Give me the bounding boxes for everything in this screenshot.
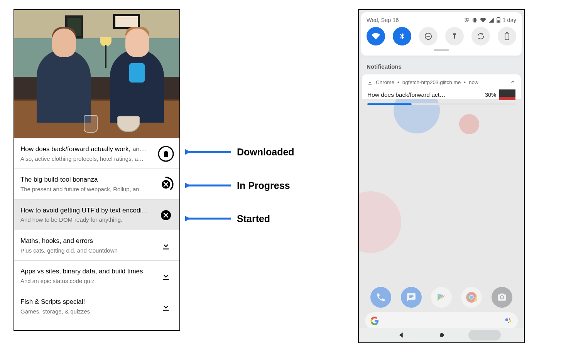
episode-subtitle: The present and future of webpack, Rollu… — [20, 185, 154, 194]
status-icons-group: 1 day — [464, 17, 516, 23]
separator-dot: • — [397, 79, 399, 85]
episode-row[interactable]: Fish & Scripts special!Games, storage, &… — [14, 291, 179, 321]
cell-signal-icon — [488, 17, 494, 23]
android-phone-frame: Wed, Sep 16 1 day Notifications — [358, 9, 525, 343]
svg-rect-17 — [497, 20, 500, 23]
notification-source: bgfetch-http203.glitch.me — [402, 79, 461, 85]
annotation-label: Started — [237, 213, 270, 224]
episode-title: Fish & Scripts special! — [20, 297, 154, 307]
wifi-icon — [480, 17, 486, 23]
google-search-bar[interactable] — [365, 312, 518, 329]
phone-app-icon[interactable] — [370, 287, 391, 308]
download-icon[interactable] — [158, 268, 174, 284]
app-phone-frame: How does back/forward actually work, an…… — [14, 9, 180, 331]
separator-dot: • — [464, 79, 466, 85]
assistant-icon — [504, 317, 512, 325]
notification-title: How does back/forward act… — [367, 91, 445, 98]
svg-point-8 — [470, 296, 473, 299]
head-decor — [52, 29, 76, 57]
bluetooth-toggle[interactable] — [393, 27, 411, 46]
play-store-app-icon[interactable] — [431, 287, 452, 308]
cancel-progress-icon[interactable] — [158, 176, 174, 192]
episode-row[interactable]: How to avoid getting UTF'd by text encod… — [14, 199, 179, 230]
episode-list[interactable]: How does back/forward actually work, an…… — [14, 138, 179, 322]
download-icon[interactable] — [158, 238, 174, 254]
episode-subtitle: And how to be DOM-ready for anything. — [20, 216, 154, 224]
wallpaper-shape — [359, 191, 401, 253]
auto-rotate-toggle[interactable] — [471, 27, 490, 46]
svg-point-9 — [505, 318, 508, 321]
annotation-downloaded: Downloaded — [185, 146, 294, 158]
svg-rect-20 — [505, 33, 509, 40]
episode-text: The big build-tool bonanzaThe present an… — [20, 175, 158, 194]
battery-icon — [497, 17, 500, 23]
annotation-started: Started — [185, 213, 270, 224]
head-decor — [125, 29, 149, 57]
notification-time: now — [469, 79, 478, 85]
svg-rect-16 — [498, 17, 499, 18]
episode-text: How does back/forward actually work, an…… — [20, 145, 158, 163]
episode-text: Apps vs sites, binary data, and build ti… — [20, 267, 158, 285]
episode-title: How does back/forward actually work, an… — [20, 145, 154, 154]
person-illustration — [110, 49, 164, 123]
episode-row[interactable]: How does back/forward actually work, an…… — [14, 138, 179, 169]
svg-point-10 — [509, 318, 510, 320]
chrome-app-icon[interactable] — [461, 287, 482, 308]
battery-remaining-label: 1 day — [503, 17, 516, 23]
episode-row[interactable]: The big build-tool bonanzaThe present an… — [14, 169, 179, 199]
episode-title: Maths, hooks, and errors — [20, 236, 154, 246]
svg-point-13 — [440, 333, 444, 337]
nav-back-icon[interactable] — [398, 332, 405, 339]
messages-app-icon[interactable] — [401, 287, 422, 308]
person-illustration — [37, 49, 91, 123]
nav-home-icon[interactable] — [439, 332, 445, 338]
annotation-label: In Progress — [237, 180, 290, 191]
episode-subtitle: Games, storage, & quizzes — [20, 307, 154, 316]
system-navigation-bar — [359, 328, 524, 342]
episode-subtitle: Also, active clothing protocols, hotel r… — [20, 155, 154, 163]
episode-row[interactable]: Apps vs sites, binary data, and build ti… — [14, 260, 179, 291]
cancel-icon[interactable] — [158, 207, 174, 223]
chevron-up-icon[interactable] — [510, 79, 515, 86]
svg-point-11 — [509, 320, 511, 322]
home-screen-background — [359, 99, 524, 342]
notification-thumbnail: HTTP 203 — [499, 89, 515, 100]
glass-decor — [84, 115, 98, 133]
alarm-icon — [464, 17, 470, 23]
camera-app-icon[interactable] — [492, 287, 512, 308]
episode-title: The big build-tool bonanza — [20, 175, 154, 184]
quick-settings-panel: Wed, Sep 16 1 day — [361, 12, 522, 56]
episode-title: Apps vs sites, binary data, and build ti… — [20, 267, 154, 276]
wifi-toggle[interactable] — [367, 27, 385, 46]
download-icon[interactable] — [158, 299, 174, 315]
download-percent-label: 30% — [485, 92, 496, 98]
episode-subtitle: Plus cats, getting old, and Countdown — [20, 246, 154, 255]
episode-row[interactable]: Maths, hooks, and errorsPlus cats, getti… — [14, 230, 179, 260]
arrow-left-icon — [185, 146, 231, 158]
notifications-section-label: Notifications — [361, 58, 522, 74]
nav-pill-decor — [468, 330, 501, 340]
arrow-left-icon — [185, 180, 231, 191]
status-date: Wed, Sep 16 — [367, 17, 399, 23]
flashlight-toggle[interactable] — [445, 27, 464, 46]
delete-icon[interactable] — [158, 146, 174, 162]
svg-point-12 — [508, 322, 509, 323]
shirt-decor — [129, 63, 145, 83]
panel-drag-handle[interactable] — [434, 49, 449, 51]
google-g-icon — [370, 317, 379, 325]
annotation-in-progress: In Progress — [185, 180, 290, 191]
dnd-toggle[interactable] — [419, 27, 438, 46]
download-progress-bar — [367, 103, 515, 105]
battery-saver-toggle[interactable] — [498, 27, 516, 46]
notification-header: Chrome • bgfetch-http203.glitch.me • now — [367, 79, 515, 86]
episode-text: Maths, hooks, and errorsPlus cats, getti… — [20, 236, 158, 255]
lamp-decor — [105, 45, 106, 68]
episode-text: How to avoid getting UTF'd by text encod… — [20, 206, 158, 224]
arrow-left-icon — [185, 213, 231, 224]
svg-rect-21 — [506, 32, 508, 33]
annotation-label: Downloaded — [237, 147, 294, 158]
episode-hero-image — [14, 10, 179, 138]
episode-subtitle: And an epic status code quiz — [20, 277, 154, 286]
quick-settings-toggles — [365, 27, 518, 46]
notification-app-name: Chrome — [376, 79, 394, 85]
